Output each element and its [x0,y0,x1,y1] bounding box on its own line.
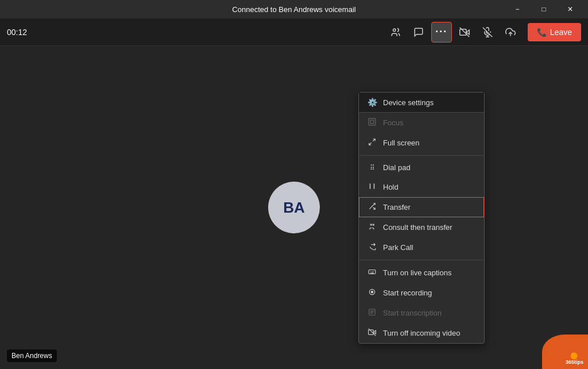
svg-point-17 [373,224,374,225]
caller-name-badge: Ben Andrews [7,349,57,362]
window-title: Connected to Ben Andrews voicemail [232,5,355,14]
call-timer: 00:12 [7,28,27,37]
svg-rect-8 [369,118,376,125]
menu-item-consult-transfer[interactable]: Consult then transfer [359,217,484,237]
menu-item-start-transcription: Start transcription [359,303,484,323]
consult-transfer-icon [367,222,377,232]
transcription-icon [367,308,377,318]
tips-badge: 🟠 365tips [542,335,588,369]
more-options-button[interactable]: ··· [431,22,452,43]
svg-line-11 [369,143,372,145]
menu-separator-2 [359,260,484,260]
maximize-button[interactable]: □ [531,0,557,18]
tips-badge-text: 🟠 365tips [566,352,583,366]
menu-item-live-captions[interactable]: Turn on live captions [359,263,484,283]
menu-separator-1 [359,155,484,156]
dialpad-icon: ⠿ [367,164,377,172]
chat-button[interactable] [408,22,429,43]
menu-item-park-call[interactable]: Park Call [359,237,484,257]
svg-point-0 [393,29,396,32]
svg-point-21 [371,291,373,293]
avatar: BA [268,182,320,233]
call-main-area: BA Ben Andrews ⚙️ Device settings Focus [0,46,588,369]
fullscreen-icon [367,138,377,148]
menu-item-focus: Focus [359,113,484,133]
leave-label: Leave [550,28,572,37]
menu-item-incoming-video[interactable]: Turn off incoming video [359,323,484,343]
menu-item-dialpad[interactable]: ⠿ Dial pad [359,158,484,177]
title-bar: Connected to Ben Andrews voicemail − □ ✕ [0,0,588,18]
menu-item-start-recording[interactable]: Start recording [359,283,484,303]
participants-button[interactable] [385,22,406,43]
menu-item-fullscreen[interactable]: Full screen [359,133,484,153]
svg-marker-1 [466,30,469,34]
leave-button[interactable]: 📞 Leave [528,23,581,41]
park-call-icon [367,243,377,252]
transfer-icon [367,202,377,212]
window-controls: − □ ✕ [504,0,583,18]
hold-icon [367,182,377,192]
svg-line-10 [373,139,375,141]
menu-item-transfer[interactable]: Transfer [359,197,484,217]
call-toolbar: 00:12 ··· [0,18,588,46]
focus-icon [367,118,377,128]
toolbar-actions: ··· 📞 Leave [385,22,581,43]
incoming-video-icon [367,328,377,338]
minimize-button[interactable]: − [504,0,531,18]
more-options-menu: ⚙️ Device settings Focus Full screen [358,92,485,344]
svg-point-16 [370,224,372,225]
captions-icon [367,268,377,278]
record-icon [367,288,377,298]
leave-phone-icon: 📞 [537,28,547,37]
menu-item-device-settings[interactable]: ⚙️ Device settings [359,93,484,113]
mute-button[interactable] [477,22,498,43]
svg-marker-26 [373,330,376,334]
share-button[interactable] [500,22,521,43]
close-button[interactable]: ✕ [557,0,583,18]
gear-icon: ⚙️ [367,98,377,107]
menu-item-hold[interactable]: Hold [359,177,484,197]
video-button[interactable] [454,22,475,43]
svg-rect-9 [370,120,374,124]
